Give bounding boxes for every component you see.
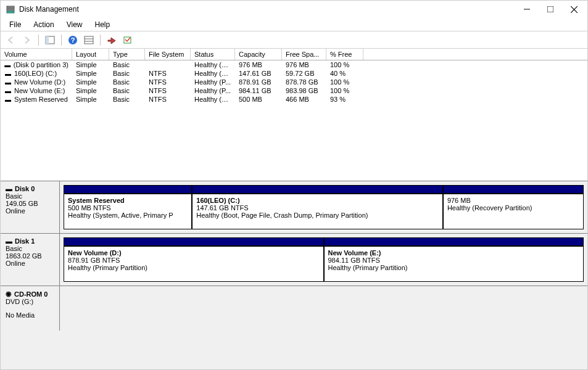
disk-info[interactable]: ◉CD-ROM 0DVD (G:)No Media [1, 286, 60, 331]
volume-icon: ▬ [4, 70, 12, 77]
column-header-layout[interactable]: Layout [72, 49, 109, 60]
menu-action[interactable]: Action [27, 19, 60, 30]
svg-rect-4 [547, 6, 553, 12]
volume-icon: ▬ [4, 62, 11, 68]
volume-type: Basic [109, 78, 145, 86]
partition-info: 984.11 GB NTFS [328, 257, 580, 264]
cdrom-status: No Media [6, 311, 54, 319]
window-title: Disk Management [19, 5, 521, 14]
volume-status: Healthy (S... [191, 95, 235, 104]
partition-block[interactable]: System Reserved500 MB NTFSHealthy (Syste… [64, 194, 192, 229]
svg-rect-1 [7, 9, 14, 10]
menu-file[interactable]: File [3, 19, 27, 30]
partition-status: Healthy (System, Active, Primary P [68, 212, 188, 219]
volume-capacity: 976 MB [235, 60, 282, 69]
minimize-button[interactable] [521, 3, 533, 15]
column-header-volume[interactable]: Volume [1, 49, 72, 60]
volume-icon: ▬ [4, 88, 12, 94]
column-header-free[interactable]: Free Spa... [282, 49, 326, 60]
partition-strip-segment [64, 237, 324, 246]
disk-status: Online [6, 260, 54, 267]
volume-list-header: Volume Layout Type File System Status Ca… [1, 49, 587, 60]
disk-graphical-view: ▬Disk 0Basic149.05 GBOnlineSystem Reserv… [1, 181, 587, 369]
disk-name: Disk 0 [15, 185, 35, 192]
window-controls [521, 3, 580, 15]
disk-info[interactable]: ▬Disk 0Basic149.05 GBOnline [1, 181, 60, 233]
refresh-button[interactable] [121, 33, 135, 47]
volume-percent-free: 93 % [326, 95, 363, 104]
app-icon [6, 4, 15, 14]
close-button[interactable] [568, 3, 580, 15]
volume-icon: ▬ [4, 96, 12, 103]
action-button[interactable] [105, 33, 118, 47]
partition-name: New Volume (D:) [68, 249, 320, 257]
svg-rect-8 [46, 36, 49, 44]
disk-type: Basic [6, 192, 54, 200]
partition-info: 878.91 GB NTFS [68, 257, 320, 264]
volume-row[interactable]: ▬New Volume (E:)SimpleBasicNTFSHealthy (… [1, 86, 587, 95]
volume-row[interactable]: ▬(Disk 0 partition 3)SimpleBasicHealthy … [1, 60, 587, 69]
disk-icon: ▬ [6, 185, 12, 192]
volume-type: Basic [109, 95, 145, 104]
volume-fs: NTFS [145, 69, 191, 78]
volume-type: Basic [109, 86, 145, 95]
volume-row[interactable]: ▬System ReservedSimpleBasicNTFSHealthy (… [1, 95, 587, 104]
show-hide-button[interactable] [43, 33, 57, 47]
svg-text:?: ? [71, 36, 75, 44]
volume-capacity: 500 MB [235, 95, 282, 104]
svg-rect-11 [85, 36, 93, 44]
column-header-percent-free[interactable]: % Free [326, 49, 363, 60]
volume-capacity: 147.61 GB [235, 69, 282, 78]
volume-percent-free: 100 % [326, 86, 363, 95]
volume-list-body: ▬(Disk 0 partition 3)SimpleBasicHealthy … [1, 60, 587, 181]
forward-button [20, 33, 34, 47]
disk-row: ▬Disk 1Basic1863.02 GBOnlineNew Volume (… [1, 233, 587, 286]
column-header-fs[interactable]: File System [145, 49, 191, 60]
disk-info[interactable]: ▬Disk 1Basic1863.02 GBOnline [1, 234, 60, 286]
volume-free: 59.72 GB [282, 69, 326, 78]
partition-block[interactable]: 976 MBHealthy (Recovery Partition) [443, 194, 584, 229]
partition-info: 500 MB NTFS [68, 204, 188, 212]
volume-layout: Simple [72, 78, 109, 86]
maximize-button[interactable] [544, 3, 557, 15]
partition-name: 160(LEO) (C:) [196, 197, 439, 204]
partition-block[interactable]: 160(LEO) (C:)147.61 GB NTFSHealthy (Boot… [192, 194, 443, 229]
column-header-capacity[interactable]: Capacity [235, 49, 282, 60]
cdrom-icon: ◉ [6, 290, 12, 298]
partition-block[interactable]: New Volume (D:)878.91 GB NTFSHealthy (Pr… [64, 246, 324, 282]
volume-fs: NTFS [145, 78, 191, 86]
volume-percent-free: 100 % [326, 60, 363, 69]
partition-name: New Volume (E:) [328, 249, 580, 257]
volume-percent-free: 100 % [326, 78, 363, 86]
partition-info: 147.61 GB NTFS [196, 204, 439, 212]
volume-name: 160(LEO) (C:) [14, 70, 57, 77]
disk-partitions: System Reserved500 MB NTFSHealthy (Syste… [60, 181, 587, 233]
settings-button[interactable] [82, 33, 96, 47]
disk-capacity: 149.05 GB [6, 200, 54, 207]
volume-layout: Simple [72, 60, 109, 69]
volume-type: Basic [109, 60, 145, 69]
help-button[interactable]: ? [66, 33, 80, 47]
menu-help[interactable]: Help [89, 19, 117, 30]
disk-icon: ▬ [6, 237, 12, 245]
svg-rect-0 [7, 6, 14, 8]
volume-status: Healthy (P... [191, 78, 235, 86]
back-button [4, 33, 18, 47]
cdrom-content [60, 286, 587, 331]
column-header-status[interactable]: Status [191, 49, 235, 60]
toolbar-separator [61, 35, 62, 46]
cdrom-type: DVD (G:) [6, 298, 54, 305]
disk-name: Disk 1 [15, 237, 35, 245]
disk-status: Online [6, 207, 54, 215]
menubar: File Action View Help [1, 18, 587, 31]
disk-type: Basic [6, 245, 54, 252]
partition-block[interactable]: New Volume (E:)984.11 GB NTFSHealthy (Pr… [324, 246, 584, 282]
partition-strip-segment [192, 185, 443, 194]
volume-type: Basic [109, 69, 145, 78]
menu-view[interactable]: View [60, 19, 89, 30]
cdrom-row: ◉CD-ROM 0DVD (G:)No Media [1, 286, 587, 331]
volume-row[interactable]: ▬New Volume (D:)SimpleBasicNTFSHealthy (… [1, 78, 587, 86]
partition-status: Healthy (Primary Partition) [328, 264, 580, 271]
column-header-type[interactable]: Type [109, 49, 145, 60]
volume-row[interactable]: ▬160(LEO) (C:)SimpleBasicNTFSHealthy (B.… [1, 69, 587, 78]
